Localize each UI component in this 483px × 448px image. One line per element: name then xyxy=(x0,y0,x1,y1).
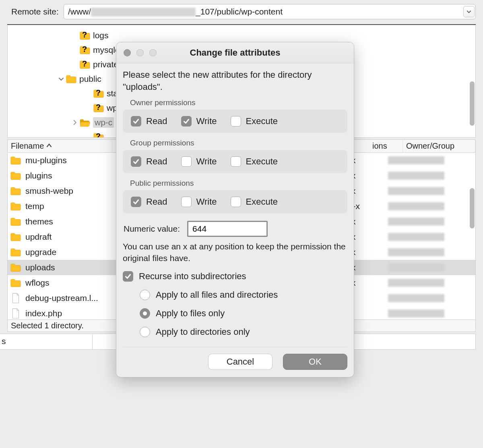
folder-icon xyxy=(10,155,21,166)
public-execute-checkbox[interactable] xyxy=(231,197,241,207)
ok-button[interactable]: OK xyxy=(283,354,347,370)
folder-icon xyxy=(66,75,77,83)
folder-unknown-icon xyxy=(79,31,91,40)
chevron-down-icon[interactable] xyxy=(58,75,65,83)
file-name: mu-plugins xyxy=(25,156,67,165)
recurse-checkbox[interactable] xyxy=(123,271,133,282)
file-name: plugins xyxy=(25,171,52,180)
owner-redacted xyxy=(388,202,444,210)
file-name: wflogs xyxy=(25,278,50,288)
public-permissions-title: Public permissions xyxy=(123,176,347,190)
bottom-strip-text: s xyxy=(0,334,8,350)
group-write-label: Write xyxy=(196,156,217,167)
group-execute-label: Execute xyxy=(246,156,278,167)
apply-dirs-only-row: Apply to directories only xyxy=(140,323,347,341)
apply-all-label: Apply to all files and directories xyxy=(156,290,278,300)
file-name: debug-upstream.l... xyxy=(25,293,98,303)
list-scrollbar[interactable] xyxy=(470,188,475,228)
path-dropdown-button[interactable] xyxy=(463,6,475,17)
owner-redacted xyxy=(388,233,444,241)
col-permissions[interactable]: ions xyxy=(369,140,403,152)
apply-files-only-label: Apply to files only xyxy=(156,308,225,319)
owner-redacted xyxy=(388,172,444,180)
remote-site-label: Remote site: xyxy=(11,7,59,17)
owner-read-checkbox[interactable] xyxy=(131,116,141,127)
file-list-status-text: Selected 1 directory. xyxy=(11,321,84,330)
owner-redacted xyxy=(388,218,444,226)
group-read-label: Read xyxy=(146,156,167,167)
col-permissions-label: ions xyxy=(372,141,387,151)
tree-scrollbar[interactable] xyxy=(470,81,475,126)
apply-files-only-row: Apply to files only xyxy=(140,304,347,323)
change-attributes-dialog: Change file attributes Please select the… xyxy=(116,42,354,377)
apply-all-radio[interactable] xyxy=(140,290,150,300)
tree-item-label: . xyxy=(107,132,109,138)
public-write-label: Write xyxy=(196,197,217,207)
file-icon xyxy=(10,293,21,303)
path-redacted xyxy=(91,8,196,17)
folder-icon xyxy=(10,186,21,196)
numeric-value-label: Numeric value: xyxy=(124,224,180,234)
apply-files-only-radio[interactable] xyxy=(140,308,150,319)
tree-item-label: wp-c xyxy=(93,117,114,128)
cancel-button[interactable]: Cancel xyxy=(208,354,272,370)
apply-dirs-only-radio[interactable] xyxy=(140,327,150,337)
owner-write-label: Write xyxy=(196,116,217,127)
path-prefix: /www/ xyxy=(68,7,91,16)
apply-all-row: Apply to all files and directories xyxy=(140,286,347,304)
file-name: themes xyxy=(25,217,53,226)
public-read-checkbox[interactable] xyxy=(131,197,141,207)
owner-redacted xyxy=(388,309,444,317)
tree-item[interactable]: logs xyxy=(8,28,475,43)
file-icon xyxy=(10,308,21,319)
public-write-checkbox[interactable] xyxy=(181,197,192,207)
owner-permissions-group: Owner permissions Read Write Execute xyxy=(123,96,347,133)
apply-dirs-only-label: Apply to directories only xyxy=(156,327,250,337)
tree-item-label: public xyxy=(79,74,101,84)
folder-icon xyxy=(10,201,21,212)
folder-unknown-icon xyxy=(93,89,104,98)
col-owner-label: Owner/Group xyxy=(406,141,454,151)
file-name: uploads xyxy=(25,263,55,272)
group-permissions-group: Group permissions Read Write Execute xyxy=(123,136,347,173)
folder-icon xyxy=(10,232,21,242)
folder-icon xyxy=(10,247,21,257)
owner-execute-label: Execute xyxy=(246,116,278,127)
window-minimize-button[interactable] xyxy=(136,49,144,56)
owner-redacted xyxy=(388,279,444,287)
owner-permissions-title: Owner permissions xyxy=(123,96,347,110)
remote-site-bar: Remote site: /www/_107/public/wp-content xyxy=(0,0,483,24)
owner-redacted xyxy=(388,187,444,195)
group-read-checkbox[interactable] xyxy=(131,156,141,167)
path-suffix: _107/public/wp-content xyxy=(196,7,283,16)
col-owner[interactable]: Owner/Group xyxy=(403,140,475,152)
file-name: smush-webp xyxy=(25,186,73,196)
recurse-label: Recurse into subdirectories xyxy=(139,271,246,282)
folder-open-icon xyxy=(79,118,91,127)
owner-redacted xyxy=(388,294,444,302)
owner-write-checkbox[interactable] xyxy=(181,116,192,127)
numeric-hint: You can use an x at any position to keep… xyxy=(123,241,347,264)
numeric-value-input[interactable] xyxy=(187,221,268,237)
chevron-right-icon[interactable] xyxy=(71,119,78,126)
dialog-titlebar: Change file attributes xyxy=(116,42,354,63)
folder-unknown-icon xyxy=(79,46,91,54)
chevron-down-icon xyxy=(466,9,471,14)
folder-icon xyxy=(10,262,21,273)
remote-path-input[interactable]: /www/_107/public/wp-content xyxy=(64,4,476,19)
public-execute-label: Execute xyxy=(246,197,278,207)
public-permissions-group: Public permissions Read Write Execute xyxy=(123,176,347,214)
window-zoom-button[interactable] xyxy=(149,49,157,56)
col-filename[interactable]: Filename xyxy=(8,140,112,152)
folder-icon xyxy=(10,216,21,227)
group-permissions-title: Group permissions xyxy=(123,136,347,150)
group-execute-checkbox[interactable] xyxy=(231,156,241,167)
group-write-checkbox[interactable] xyxy=(181,156,192,167)
window-controls xyxy=(116,49,157,56)
folder-unknown-icon xyxy=(79,60,91,69)
public-read-label: Read xyxy=(146,197,167,207)
owner-execute-checkbox[interactable] xyxy=(231,116,241,127)
window-close-button[interactable] xyxy=(124,49,131,56)
file-name: updraft xyxy=(25,232,52,242)
cancel-button-label: Cancel xyxy=(227,357,254,367)
